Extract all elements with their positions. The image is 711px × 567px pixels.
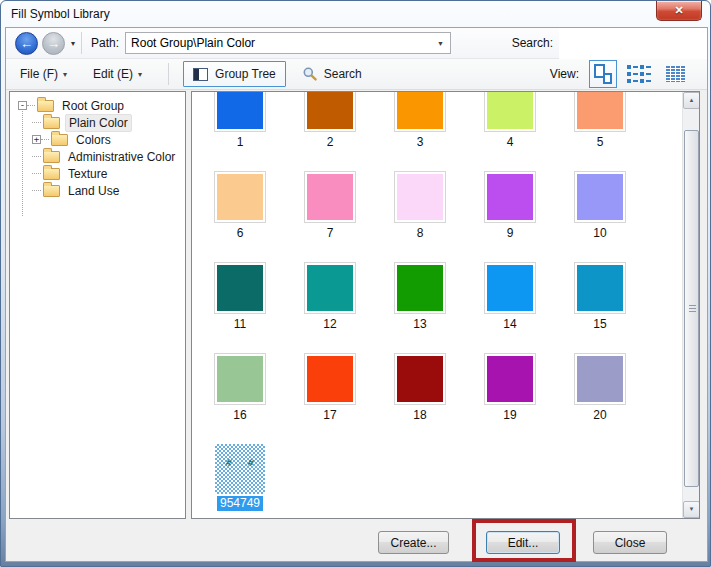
group-tree-panel: - Root Group Plain Color + Colors — [9, 91, 186, 519]
folder-icon — [37, 100, 54, 112]
search-input[interactable] — [559, 28, 707, 59]
symbol-swatch — [304, 262, 356, 314]
path-label: Path: — [91, 36, 119, 50]
symbol-label: 20 — [593, 408, 606, 423]
symbol-label: 9 — [507, 226, 514, 241]
symbol-item[interactable]: 8 — [375, 171, 465, 262]
tree-item-administrative-color[interactable]: Administrative Color — [10, 148, 185, 165]
symbol-swatch — [484, 91, 536, 132]
symbol-item-selected[interactable]: # # 954749 — [195, 444, 285, 519]
scroll-up-button[interactable]: ▲ — [683, 92, 700, 109]
group-tree: - Root Group Plain Color + Colors — [10, 92, 185, 199]
expand-icon[interactable]: + — [32, 135, 41, 144]
symbol-label: 16 — [233, 408, 246, 423]
file-menu-label: File (F) — [20, 67, 58, 81]
back-button[interactable]: ← — [15, 32, 38, 55]
scroll-up-icon: ▲ — [689, 97, 695, 103]
symbol-item[interactable]: 6 — [195, 171, 285, 262]
view-large-icons-button[interactable] — [589, 60, 617, 88]
symbol-label: 3 — [417, 135, 424, 150]
symbol-item[interactable]: 9 — [465, 171, 555, 262]
symbol-label: 18 — [413, 408, 426, 423]
symbol-swatch — [484, 353, 536, 405]
view-details-button[interactable] — [661, 60, 689, 88]
file-menu[interactable]: File (F) ▾ — [20, 67, 67, 81]
symbol-label: 10 — [593, 226, 606, 241]
scrollbar-thumb[interactable] — [684, 130, 699, 487]
symbol-item[interactable]: 4 — [465, 91, 555, 171]
symbol-list-panel: 1 2 3 4 5 — [191, 91, 700, 519]
close-button[interactable]: Close — [593, 531, 667, 554]
symbol-swatch — [394, 171, 446, 223]
symbol-label: 15 — [593, 317, 606, 332]
symbol-item[interactable]: 3 — [375, 91, 465, 171]
symbol-item[interactable]: 10 — [555, 171, 645, 262]
details-view-icon — [666, 66, 685, 82]
symbol-item[interactable]: 15 — [555, 262, 645, 353]
symbol-label-selected: 954749 — [217, 496, 263, 511]
search-button[interactable]: Search — [302, 66, 362, 82]
tree-item-root-group[interactable]: - Root Group — [10, 97, 185, 114]
scroll-down-button[interactable]: ▼ — [683, 501, 700, 518]
edit-menu-label: Edit (E) — [93, 67, 133, 81]
create-button[interactable]: Create... — [378, 531, 449, 554]
symbol-swatch — [574, 353, 626, 405]
symbol-swatch — [214, 353, 266, 405]
symbol-grid: 1 2 3 4 5 — [195, 91, 645, 519]
symbol-label: 19 — [503, 408, 516, 423]
tree-item-land-use[interactable]: Land Use — [10, 182, 185, 199]
tree-item-texture[interactable]: Texture — [10, 165, 185, 182]
path-combobox[interactable]: Root Group\Plain Color ▼ — [125, 32, 451, 54]
symbol-label: 5 — [597, 135, 604, 150]
symbol-item[interactable]: 12 — [285, 262, 375, 353]
collapse-icon[interactable]: - — [18, 101, 27, 110]
history-dropdown-icon[interactable]: ▾ — [71, 39, 75, 48]
back-arrow-icon: ← — [20, 37, 33, 50]
edit-button[interactable]: Edit... — [486, 531, 560, 554]
symbol-label: 4 — [507, 135, 514, 150]
symbol-swatch — [394, 353, 446, 405]
symbol-item[interactable]: 7 — [285, 171, 375, 262]
symbol-item[interactable]: 18 — [375, 353, 465, 444]
symbol-swatch — [214, 91, 266, 132]
symbol-label: 1 — [237, 135, 244, 150]
forward-button[interactable]: → — [42, 32, 65, 55]
chevron-down-icon: ▾ — [63, 70, 67, 79]
symbol-item[interactable]: 19 — [465, 353, 555, 444]
vertical-scrollbar[interactable]: ▲ ▼ — [682, 92, 699, 518]
symbol-item[interactable]: 1 — [195, 91, 285, 171]
tree-item-plain-color[interactable]: Plain Color — [10, 114, 185, 131]
symbol-swatch — [574, 91, 626, 132]
symbol-item[interactable]: 16 — [195, 353, 285, 444]
symbol-item[interactable]: 2 — [285, 91, 375, 171]
view-small-icons-button[interactable] — [625, 60, 653, 88]
tree-item-label: Administrative Color — [65, 149, 178, 165]
folder-icon — [43, 168, 60, 180]
symbol-item[interactable]: 14 — [465, 262, 555, 353]
group-tree-toggle-button[interactable]: Group Tree — [183, 61, 286, 87]
symbol-item[interactable]: 11 — [195, 262, 285, 353]
symbol-item[interactable]: 13 — [375, 262, 465, 353]
hatch-glyph: # — [247, 456, 255, 468]
symbol-item[interactable]: 17 — [285, 353, 375, 444]
symbol-label: 14 — [503, 317, 516, 332]
symbol-swatch — [394, 91, 446, 132]
tree-item-colors[interactable]: + Colors — [10, 131, 185, 148]
tree-item-label: Land Use — [65, 183, 122, 199]
symbol-label: 2 — [327, 135, 334, 150]
symbol-label: 12 — [323, 317, 336, 332]
symbol-label: 8 — [417, 226, 424, 241]
symbol-swatch — [304, 171, 356, 223]
scroll-down-icon: ▼ — [689, 506, 695, 512]
navigation-bar: ← → ▾ Path: Root Group\Plain Color ▼ Sea… — [6, 28, 707, 59]
edit-menu[interactable]: Edit (E) ▾ — [93, 67, 142, 81]
fill-symbol-library-dialog: Fill Symbol Library ✕ ← → ▾ Path: Root G… — [0, 0, 711, 567]
symbol-label: 13 — [413, 317, 426, 332]
symbol-item[interactable]: 5 — [555, 91, 645, 171]
symbol-swatch — [574, 171, 626, 223]
close-icon: ✕ — [674, 4, 683, 16]
search-icon — [302, 66, 318, 82]
close-window-button[interactable]: ✕ — [656, 1, 702, 21]
folder-icon — [43, 117, 60, 129]
symbol-item[interactable]: 20 — [555, 353, 645, 444]
